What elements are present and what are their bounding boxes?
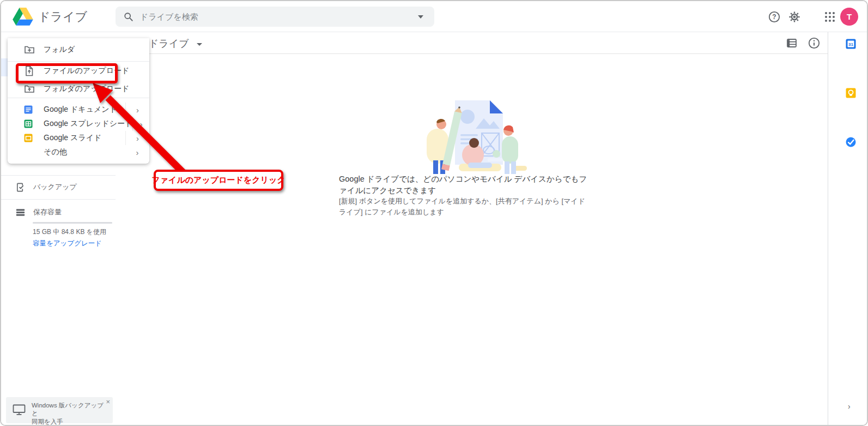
avatar-initial: T [847, 12, 852, 21]
menu-item-file-upload[interactable]: ファイルのアップロード [8, 62, 149, 80]
menu-item-label: フォルダのアップロード [44, 84, 129, 94]
slides-icon [24, 133, 35, 143]
settings-gear-icon[interactable] [788, 11, 800, 23]
chevron-right-icon: › [132, 117, 149, 131]
folder-upload-icon [24, 83, 35, 94]
chevron-right-icon: › [125, 103, 149, 117]
google-drive-window: ドライブ ? [0, 0, 868, 426]
annotation-callout: ファイルのアップロードをクリック [154, 170, 283, 191]
chevron-right-icon: › [125, 145, 149, 159]
breadcrumb-caret-icon [197, 43, 202, 46]
help-icon[interactable]: ? [768, 11, 780, 23]
apps-grid-icon[interactable] [824, 11, 836, 23]
top-bar: ドライブ ? [1, 1, 867, 32]
google-drive-logo-icon[interactable] [13, 8, 33, 26]
search-input[interactable] [140, 12, 418, 21]
upgrade-storage-link[interactable]: 容量をアップグレード [33, 239, 102, 248]
promo-text: Windows 版バックアップと 同期を入手 [32, 401, 106, 426]
search-bar[interactable] [116, 7, 434, 27]
svg-text:?: ? [772, 13, 776, 21]
empty-state-description: [新規] ボタンを使用してファイルを追加するか、[共有アイテム] から [マイド… [339, 196, 591, 218]
backup-sync-promo[interactable]: Windows 版バックアップと 同期を入手 × [6, 397, 113, 423]
storage-icon [15, 207, 26, 218]
tasks-icon[interactable] [846, 137, 856, 147]
folder-plus-icon [24, 44, 35, 55]
file-upload-icon [24, 65, 35, 76]
menu-item-label: その他 [44, 147, 67, 157]
backup-device-icon [15, 182, 26, 193]
docs-icon [24, 104, 35, 115]
empty-state-heading: Google ドライブでは、どのパソコンやモバイル デバイスからでもファイルにア… [339, 173, 588, 196]
menu-item-google-sheets[interactable]: Google スプレッドシート › [8, 117, 149, 131]
search-options-caret-icon[interactable] [418, 15, 423, 19]
content-header: マイドライブ [116, 32, 828, 54]
storage-quota-bar [33, 222, 112, 224]
empty-state-illustration [407, 94, 532, 176]
menu-item-google-slides[interactable]: Google スライド › [8, 131, 149, 145]
list-view-icon[interactable] [786, 37, 798, 49]
right-side-panel: 31 › [828, 32, 867, 425]
calendar-icon[interactable]: 31 [846, 39, 856, 49]
menu-item-label: Google ドキュメント [44, 105, 117, 115]
sidebar-item-label: 保存容量 [33, 207, 62, 217]
app-title: ドライブ [38, 9, 87, 25]
info-icon[interactable] [808, 37, 820, 49]
keep-icon[interactable] [846, 88, 856, 98]
menu-item-label: ファイルのアップロード [44, 66, 129, 76]
menu-item-folder[interactable]: フォルダ [8, 38, 149, 61]
calendar-day-label: 31 [848, 42, 853, 47]
menu-item-label: Google スプレッドシート [44, 119, 132, 129]
storage-usage-text: 15 GB 中 84.8 KB を使用 [33, 227, 106, 237]
menu-item-label: Google スライド [44, 133, 101, 143]
sheets-icon [24, 118, 35, 129]
expand-panel-chevron-icon[interactable]: › [848, 402, 851, 411]
menu-item-google-docs[interactable]: Google ドキュメント › [8, 103, 149, 117]
sidebar-item-label: バックアップ [33, 182, 77, 192]
menu-item-folder-upload[interactable]: フォルダのアップロード [8, 80, 149, 98]
close-icon[interactable]: × [106, 398, 110, 406]
account-avatar[interactable]: T [840, 8, 858, 26]
menu-item-label: フォルダ [44, 45, 75, 55]
sidebar-item-storage[interactable]: 保存容量 [1, 200, 116, 224]
sidebar-item-backup[interactable]: バックアップ [1, 175, 116, 199]
chevron-right-icon: › [125, 131, 149, 145]
new-menu: フォルダ ファイルのアップロード フォル [8, 38, 149, 164]
search-icon [124, 12, 133, 22]
sidebar-divider [1, 199, 116, 200]
desktop-monitor-icon [13, 404, 26, 416]
menu-item-more[interactable]: その他 › [8, 145, 149, 159]
